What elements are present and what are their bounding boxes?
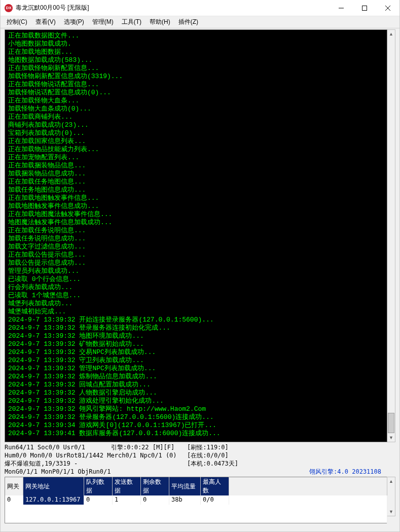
menu-plugin[interactable]: 插件(Z) xyxy=(175,17,201,27)
status-engine-time: 引擎:0:0:22 [M][F] xyxy=(111,443,174,451)
close-icon xyxy=(385,6,390,11)
maximize-button[interactable] xyxy=(353,0,376,16)
th-send[interactable]: 发送数据 xyxy=(113,477,141,496)
menu-tools[interactable]: 工具(T) xyxy=(119,17,144,27)
scroll-up-icon[interactable]: ▲ xyxy=(387,30,395,38)
th-address[interactable]: 网关地址 xyxy=(23,477,84,496)
gateway-table[interactable]: 网关 网关地址 队列数据 发送数据 剩余数据 平均流量 最高人数 0 127.0… xyxy=(5,477,387,523)
th-avg[interactable]: 平均流量 xyxy=(169,477,201,496)
log-console[interactable]: 正在加载数据图文件... 小地图数据加载成功. 正在加载地图数据... 地图数据… xyxy=(5,29,387,442)
cell-gateway: 0 xyxy=(5,495,23,505)
menu-options[interactable]: 选项(P) xyxy=(61,17,87,27)
th-gateway[interactable]: 网关 xyxy=(5,477,23,496)
cell-max: 0/0 xyxy=(201,495,229,505)
scroll-down-icon[interactable]: ▼ xyxy=(387,434,395,442)
cell-queue: 0 xyxy=(84,495,113,505)
table-scrollbar[interactable]: ▲ ▼ xyxy=(387,477,395,516)
cell-avg: 38b xyxy=(169,495,201,505)
app-icon: DX xyxy=(5,4,13,12)
cell-remain: 0 xyxy=(141,495,169,505)
window-controls xyxy=(330,0,399,16)
svg-rect-1 xyxy=(362,6,367,10)
table-row xyxy=(5,505,387,523)
gateway-table-wrap: 网关 网关地址 队列数据 发送数据 剩余数据 平均流量 最高人数 0 127.0… xyxy=(5,477,395,516)
status-panel: Run64/11 Soc0/0 Usr0/1 引擎:0:0:22 [M][F] … xyxy=(5,443,395,476)
svg-line-3 xyxy=(385,6,390,11)
menu-view[interactable]: 查看(V) xyxy=(32,17,59,27)
menubar: 控制(C) 查看(V) 选项(P) 管理(M) 工具(T) 帮助(H) 插件(Z… xyxy=(1,16,399,28)
status-spawn: [刷怪:119:0] xyxy=(187,443,229,451)
table-row[interactable]: 0 127.0.0.1:13967 0 1 0 38b 0/0 xyxy=(5,495,387,505)
status-hum: Hum0/0 Mon0/0 UsrRot81/1442 Merch0/1 Npc… xyxy=(5,451,177,459)
titlebar-left: DX 毒龙沉默00月00号 [无限版] xyxy=(5,4,89,12)
th-queue[interactable]: 队列数据 xyxy=(84,477,113,496)
svg-line-2 xyxy=(385,6,390,11)
cell-send: 1 xyxy=(113,495,141,505)
status-online: [在线:0/0/0] xyxy=(187,451,229,459)
status-local: [本机:0.0473天] xyxy=(187,459,238,468)
th-remain[interactable]: 剩余数据 xyxy=(141,477,169,496)
console-scrollbar[interactable]: ▲ ▼ xyxy=(387,29,395,442)
scroll-up-icon[interactable]: ▲ xyxy=(387,477,395,485)
minimize-icon xyxy=(339,6,344,11)
status-run: Run64/11 Soc0/0 Usr0/1 xyxy=(5,443,85,451)
th-max[interactable]: 最高人数 xyxy=(201,477,229,496)
close-button[interactable] xyxy=(376,0,399,16)
scroll-thumb[interactable] xyxy=(388,413,394,433)
cell-blank xyxy=(229,495,387,505)
window-title: 毒龙沉默00月00号 [无限版] xyxy=(16,4,89,12)
status-drop: 爆不爆谁知道,19/3319 - xyxy=(5,459,78,468)
menu-manage[interactable]: 管理(M) xyxy=(89,17,117,27)
console-area: 正在加载数据图文件... 小地图数据加载成功. 正在加载地图数据... 地图数据… xyxy=(5,29,395,442)
status-mong: MonG0/1/1 MonP0/1/1 ObjRun0/1 xyxy=(5,468,111,476)
maximize-icon xyxy=(362,6,367,11)
th-blank xyxy=(229,477,387,496)
table-header-row: 网关 网关地址 队列数据 发送数据 剩余数据 平均流量 最高人数 xyxy=(5,477,387,496)
status-engine-version: 翎风引擎:4.0 20231108 xyxy=(309,468,381,476)
menu-control[interactable]: 控制(C) xyxy=(4,17,30,27)
titlebar: DX 毒龙沉默00月00号 [无限版] xyxy=(1,0,399,16)
menu-help[interactable]: 帮助(H) xyxy=(147,17,173,27)
scroll-down-icon[interactable]: ▼ xyxy=(387,508,395,516)
minimize-button[interactable] xyxy=(330,0,353,16)
cell-address: 127.0.0.1:13967 xyxy=(23,495,84,505)
